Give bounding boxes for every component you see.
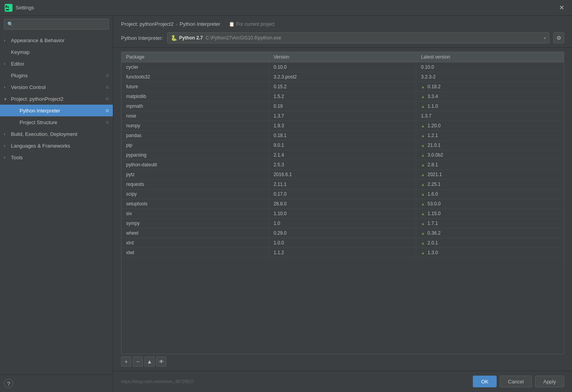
sidebar-item-version-control[interactable]: › Version Control ⧉ <box>0 81 113 93</box>
sidebar-item-languages[interactable]: › Languages & Frameworks <box>0 140 113 151</box>
sidebar-item-label: Version Control <box>11 84 46 90</box>
package-name: pyparsing <box>121 150 269 160</box>
interpreter-select[interactable]: 🐍 Python 2.7 C:\Python27\ArcGIS10.6\pyth… <box>167 32 549 43</box>
ok-button[interactable]: OK <box>473 376 497 387</box>
table-row[interactable]: pyparsing2.1.4▲ 3.0.0b2 <box>121 150 564 160</box>
package-latest: ▲ 3.3.4 <box>416 92 564 101</box>
copy-icon: ⧉ <box>106 85 109 90</box>
search-box[interactable]: 🔍 <box>4 19 109 30</box>
table-row[interactable]: nose1.3.71.3.7 <box>121 111 564 121</box>
table-row[interactable]: requests2.11.1▲ 2.25.1 <box>121 180 564 189</box>
package-version: 0.18.1 <box>269 131 417 140</box>
col-package: Package <box>121 52 269 62</box>
sidebar-item-appearance[interactable]: › Appearance & Behavior <box>0 34 113 46</box>
svg-rect-1 <box>6 9 9 10</box>
sidebar-item-label: Keymap <box>11 49 30 55</box>
package-version: 0.29.0 <box>269 228 417 238</box>
add-package-button[interactable]: + <box>121 356 131 367</box>
breadcrumb-project: Project: pythonProject2 <box>121 21 173 27</box>
for-project-label: 📋 For current project <box>229 21 274 27</box>
package-latest: ▲ 21.0.1 <box>416 141 564 150</box>
table-row[interactable]: matplotlib1.5.2▲ 3.3.4 <box>121 92 564 102</box>
package-name: requests <box>121 180 269 189</box>
update-arrow-icon: ▲ <box>421 85 426 89</box>
table-row[interactable]: wheel0.29.0▲ 0.36.2 <box>121 228 564 238</box>
sidebar-item-keymap[interactable]: Keymap <box>0 46 113 58</box>
table-row[interactable]: xlwt1.1.2▲ 1.3.0 <box>121 248 564 258</box>
package-version: 0.10.0 <box>269 62 417 72</box>
table-header: Package Version Latest version <box>121 52 564 62</box>
package-version: 2016.6.1 <box>269 170 417 179</box>
table-row[interactable]: functools323.2.3.post23.2.3-2 <box>121 72 564 82</box>
sidebar-item-build[interactable]: › Build, Execution, Deployment <box>0 128 113 140</box>
sidebar-item-project-structure[interactable]: Project Structure ⧉ <box>0 116 113 128</box>
interpreter-label: Python Interpreter: <box>121 35 163 41</box>
package-name: xlwt <box>121 248 269 257</box>
table-row[interactable]: python-dateutil2.5.3▲ 2.8.1 <box>121 160 564 170</box>
sidebar-item-plugins[interactable]: Plugins ⧉ <box>0 69 113 81</box>
table-row[interactable]: sympy1.0▲ 1.7.1 <box>121 219 564 228</box>
table-row[interactable]: six1.10.0▲ 1.15.0 <box>121 209 564 219</box>
interpreter-version: Python 2.7 C:\Python27\ArcGIS10.6\python… <box>179 35 542 41</box>
expand-arrow: › <box>4 38 9 43</box>
sidebar-item-tools[interactable]: › Tools <box>0 151 113 163</box>
breadcrumb-current: Python Interpreter <box>180 21 220 27</box>
help-button[interactable]: ? <box>4 379 13 388</box>
table-row[interactable]: setuptools28.8.0▲ 53.0.0 <box>121 199 564 209</box>
search-input[interactable] <box>16 21 105 27</box>
package-name: pytz <box>121 170 269 179</box>
table-row[interactable]: cycler0.10.00.10.0 <box>121 62 564 72</box>
show-details-button[interactable]: 👁 <box>156 356 166 367</box>
interpreter-row: Python Interpreter: 🐍 Python 2.7 C:\Pyth… <box>121 32 564 43</box>
package-name: pip <box>121 141 269 150</box>
apply-button[interactable]: Apply <box>535 376 564 387</box>
cancel-button[interactable]: Cancel <box>500 376 532 387</box>
update-arrow-icon: ▲ <box>421 182 426 187</box>
table-row[interactable]: mpmath0.19▲ 1.1.0 <box>121 102 564 111</box>
update-arrow-icon: ▲ <box>421 202 426 206</box>
package-version: 2.1.4 <box>269 150 417 160</box>
package-name: six <box>121 209 269 218</box>
sidebar-item-project[interactable]: ∨ Project: pythonProject2 ⧉ <box>0 93 113 105</box>
package-latest: 1.3.7 <box>416 111 564 121</box>
url-hint: https://blog.csdn.net/weixin_48729527 <box>121 379 194 384</box>
table-row[interactable]: xlrd1.0.0▲ 2.0.1 <box>121 238 564 248</box>
update-arrow-icon: ▲ <box>421 124 426 128</box>
copy-icon: ⧉ <box>106 73 109 78</box>
package-name: python-dateutil <box>121 160 269 169</box>
expand-arrow: › <box>4 85 9 89</box>
package-name: sympy <box>121 219 269 228</box>
sidebar-item-label: Build, Execution, Deployment <box>11 131 77 137</box>
col-latest: Latest version <box>416 52 564 62</box>
package-name: mpmath <box>121 102 269 111</box>
close-button[interactable]: ✕ <box>556 2 567 13</box>
sidebar-item-editor[interactable]: › Editor <box>0 58 113 69</box>
dropdown-arrow-icon: ▾ <box>544 36 546 40</box>
package-version: 1.5.2 <box>269 92 417 101</box>
update-arrow-icon: ▲ <box>421 104 426 109</box>
package-version: 2.11.1 <box>269 180 417 189</box>
upgrade-package-button[interactable]: ▲ <box>144 356 155 367</box>
sidebar-item-label: Python Interpreter <box>20 108 60 114</box>
app-icon: Pc <box>5 4 12 12</box>
gear-button[interactable]: ⚙ <box>553 32 564 43</box>
copy-icon: ⧉ <box>106 108 109 113</box>
package-latest: ▲ 1.15.0 <box>416 209 564 218</box>
nav-items: › Appearance & Behavior Keymap › Editor … <box>0 33 113 374</box>
expand-arrow: ∨ <box>4 97 9 101</box>
table-row[interactable]: pandas0.18.1▲ 1.2.1 <box>121 131 564 141</box>
sidebar-bottom: ? <box>0 374 113 392</box>
package-latest: ▲ 1.3.0 <box>416 248 564 257</box>
table-row[interactable]: pip9.0.1▲ 21.0.1 <box>121 141 564 150</box>
table-toolbar: + − ▲ 👁 <box>121 354 564 367</box>
table-row[interactable]: future0.15.2▲ 0.18.2 <box>121 82 564 92</box>
table-row[interactable]: scipy0.17.0▲ 1.6.0 <box>121 189 564 199</box>
table-row[interactable]: numpy1.9.3▲ 1.20.0 <box>121 121 564 131</box>
sidebar-item-python-interpreter[interactable]: Python Interpreter ⧉ <box>0 105 113 116</box>
package-latest: ▲ 0.18.2 <box>416 82 564 91</box>
remove-package-button[interactable]: − <box>133 356 143 367</box>
table-row[interactable]: pytz2016.6.1▲ 2021.1 <box>121 170 564 180</box>
sidebar-item-label: Appearance & Behavior <box>11 37 64 43</box>
update-arrow-icon: ▲ <box>421 241 426 245</box>
update-arrow-icon: ▲ <box>421 153 426 157</box>
